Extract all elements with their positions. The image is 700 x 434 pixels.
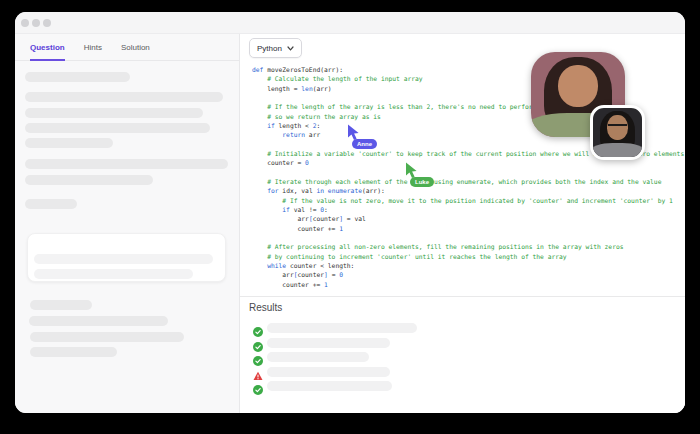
result-row[interactable]: [240, 352, 685, 364]
result-skeleton-bar: [267, 338, 390, 348]
result-row[interactable]: [240, 338, 685, 350]
result-row[interactable]: [240, 381, 685, 393]
chevron-down-icon: [287, 46, 294, 51]
code-line: [252, 233, 685, 242]
code-line: for idx, val in enumerate(arr):: [252, 186, 685, 195]
skeleton-text-bar: [25, 72, 130, 82]
check-circle-icon: [253, 338, 263, 348]
check-circle-icon: [253, 352, 263, 362]
check-circle-icon: [253, 323, 263, 333]
skeleton-card-bar: [34, 269, 193, 279]
skeleton-text-bar: [30, 300, 92, 310]
skeleton-card-bar: [34, 254, 213, 264]
skeleton-text-bar: [25, 199, 77, 209]
window-close-button[interactable]: [21, 19, 29, 27]
panel-tabs: QuestionHintsSolution: [15, 34, 239, 61]
skeleton-text-bar: [25, 159, 228, 169]
code-line: if val != 0:: [252, 205, 685, 214]
result-skeleton-bar: [267, 381, 392, 391]
code-line: arr[counter] = 0: [252, 270, 685, 279]
tab-question[interactable]: Question: [30, 35, 65, 61]
code-line: # After processing all non-zero elements…: [252, 242, 685, 251]
question-panel: QuestionHintsSolution: [15, 34, 240, 413]
warning-triangle-icon: [253, 367, 263, 377]
tab-hints[interactable]: Hints: [84, 35, 102, 59]
skeleton-text-bar: [25, 175, 153, 185]
skeleton-text-bar: [29, 316, 168, 326]
window-maximize-button[interactable]: [43, 19, 51, 27]
window-minimize-button[interactable]: [32, 19, 40, 27]
language-selector[interactable]: Python: [249, 38, 302, 58]
screen: QuestionHintsSolution Python def moveZer…: [0, 0, 700, 434]
code-line: # If the value is not zero, move it to t…: [252, 196, 685, 205]
code-line: # Iterate through each element of the ar…: [252, 177, 685, 186]
avatar-glasses: [608, 124, 627, 129]
skeleton-text-bar: [30, 347, 117, 357]
code-line: counter += 1: [252, 280, 685, 289]
participant-2-video-tile[interactable]: [590, 105, 645, 160]
avatar-face: [558, 65, 597, 108]
result-skeleton-bar: [267, 352, 369, 362]
skeleton-text-bar: [25, 92, 223, 102]
code-line: counter += 1: [252, 224, 685, 233]
result-row[interactable]: [240, 323, 685, 335]
skeleton-text-bar: [25, 138, 113, 148]
code-line: while counter < length:: [252, 261, 685, 270]
avatar-shirt: [591, 143, 645, 160]
skeleton-text-bar: [25, 123, 210, 133]
skeleton-text-bar: [30, 332, 184, 342]
results-title: Results: [249, 302, 282, 313]
tab-solution[interactable]: Solution: [121, 35, 150, 59]
result-skeleton-bar: [267, 367, 390, 377]
skeleton-text-bar: [25, 108, 203, 118]
code-line: # by continuing to increment 'counter' u…: [252, 252, 685, 261]
results-panel: Results: [240, 296, 685, 413]
skeleton-card: [27, 233, 226, 282]
code-line: arr[counter] = val: [252, 214, 685, 223]
window-titlebar: [15, 12, 685, 34]
language-label: Python: [257, 44, 282, 53]
result-skeleton-bar: [267, 323, 417, 333]
code-line: [252, 168, 685, 177]
check-circle-icon: [253, 381, 263, 391]
result-row[interactable]: [240, 367, 685, 379]
